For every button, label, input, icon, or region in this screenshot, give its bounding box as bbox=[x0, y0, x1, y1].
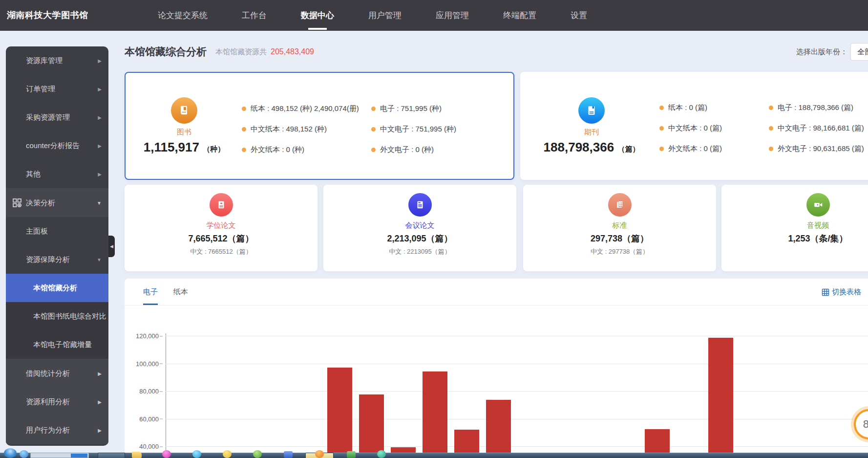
tab-electronic[interactable]: 电子 bbox=[143, 279, 158, 305]
standards-label: 标准 bbox=[613, 221, 627, 230]
nav-item-workbench[interactable]: 工作台 bbox=[225, 0, 284, 31]
nav-item-app-mgmt[interactable]: 应用管理 bbox=[419, 0, 486, 31]
brand-title: 湖南科技大学图书馆 bbox=[7, 0, 88, 31]
standards-card[interactable]: 标准 297,738（篇） 中文 : 297738（篇） bbox=[523, 185, 716, 271]
audio-video-card[interactable]: 音视频 1,253（条/集） bbox=[721, 185, 868, 271]
sidebar-item-electronic-increment[interactable]: 本馆电子馆藏增量 bbox=[6, 330, 108, 359]
periodicals-hero: 期刊 188,798,366 （篇） bbox=[533, 72, 650, 180]
start-orb-icon[interactable] bbox=[4, 448, 17, 458]
sidebar-item-user-behavior[interactable]: 用户行为分析▶ bbox=[6, 416, 108, 444]
bar bbox=[486, 400, 511, 453]
conference-card[interactable]: 会议论文 2,213,095（篇） 中文 : 2213095（篇） bbox=[323, 185, 516, 271]
table-grid-icon bbox=[822, 288, 829, 296]
bar bbox=[645, 429, 670, 453]
nav-item-thesis-system[interactable]: 论文提交系统 bbox=[141, 0, 225, 31]
standard-doc-icon bbox=[608, 193, 632, 217]
stat-foreign-paper: 外文纸本 : 0 (篇) bbox=[659, 144, 722, 153]
bar bbox=[708, 338, 733, 453]
stat-cn-electronic: 中文电子 : 98,166,681 (篇) bbox=[769, 124, 864, 133]
switch-to-table-button[interactable]: 切换表格 bbox=[822, 287, 861, 297]
top-navbar: 湖南科技大学图书馆 论文提交系统 工作台 数据中心 用户管理 应用管理 终端配置… bbox=[0, 0, 868, 31]
app-yellow-icon[interactable] bbox=[223, 450, 232, 458]
books-summary-card[interactable]: 图书 1,115,917 （种） 纸本 : 498,152 (种) 2,490,… bbox=[125, 72, 514, 180]
y-axis-tick-label: 80,000 bbox=[125, 388, 159, 395]
year-select[interactable]: 全部 bbox=[850, 43, 868, 61]
chevron-right-icon: ▶ bbox=[98, 371, 102, 376]
chevron-right-icon: ▶ bbox=[98, 399, 102, 405]
bullet-icon bbox=[769, 106, 773, 110]
stat-paper: 纸本 : 498,152 (种) 2,490,074(册) bbox=[242, 104, 359, 113]
tab-paper[interactable]: 纸本 bbox=[173, 279, 188, 305]
chevron-down-icon: ▼ bbox=[97, 200, 102, 206]
app-cyan-icon[interactable] bbox=[192, 450, 201, 458]
books-label: 图书 bbox=[177, 128, 191, 137]
sidebar-item-borrow-stats[interactable]: 借阅统计分析▶ bbox=[6, 359, 108, 388]
periodicals-label: 期刊 bbox=[584, 128, 599, 137]
sidebar-item-resource-repo[interactable]: 资源库管理▶ bbox=[6, 46, 108, 75]
app-teal-icon[interactable] bbox=[377, 450, 386, 458]
periodicals-summary-card[interactable]: 期刊 188,798,366 （篇） 纸本 : 0 (篇) 中文纸本 : 0 (… bbox=[520, 72, 868, 180]
books-stats-col1: 纸本 : 498,152 (种) 2,490,074(册) 中文纸本 : 498… bbox=[242, 104, 359, 154]
bullet-icon bbox=[242, 127, 246, 131]
app-blue-icon[interactable] bbox=[284, 451, 293, 458]
nav-item-data-center[interactable]: 数据中心 bbox=[284, 0, 351, 31]
bullet-icon bbox=[659, 106, 664, 110]
stat-electronic: 电子 : 751,995 (种) bbox=[371, 104, 456, 113]
chevron-right-icon: ▶ bbox=[98, 87, 102, 92]
gridline bbox=[166, 446, 868, 447]
conference-cn-count: 中文 : 2213095（篇） bbox=[389, 247, 450, 256]
thesis-icon bbox=[210, 193, 233, 217]
main-nav: 论文提交系统 工作台 数据中心 用户管理 应用管理 终端配置 设置 bbox=[141, 0, 604, 31]
chevron-right-icon: ▶ bbox=[98, 58, 102, 64]
taskbar-button[interactable] bbox=[98, 453, 125, 458]
page-title: 本馆馆藏综合分析 bbox=[125, 45, 207, 59]
sidebar-item-counter-report[interactable]: counter分析报告▶ bbox=[6, 131, 108, 160]
sidebar-item-collection-analysis[interactable]: 本馆馆藏分析 bbox=[6, 274, 108, 302]
stat-cn-paper: 中文纸本 : 498,152 (种) bbox=[242, 125, 359, 134]
nav-item-terminal-config[interactable]: 终端配置 bbox=[486, 0, 553, 31]
chevron-right-icon: ▶ bbox=[98, 115, 102, 120]
y-axis-tick-label: 100,000 bbox=[125, 360, 159, 367]
thesis-card[interactable]: 学位论文 7,665,512（篇） 中文 : 7665512（篇） bbox=[125, 185, 318, 271]
journal-icon bbox=[578, 97, 605, 124]
app-green-square-icon[interactable] bbox=[347, 451, 356, 458]
sidebar: 资源库管理▶ 订单管理▶ 采购资源管理▶ counter分析报告▶ 其他▶ 决策… bbox=[6, 46, 108, 446]
periodicals-count: 188,798,366 （篇） bbox=[544, 140, 640, 155]
sidebar-item-resource-usage[interactable]: 资源利用分析▶ bbox=[6, 388, 108, 416]
nav-item-user-mgmt[interactable]: 用户管理 bbox=[351, 0, 419, 31]
gridline bbox=[166, 336, 868, 336]
bar bbox=[454, 430, 479, 453]
standards-cn-count: 中文 : 297738（篇） bbox=[591, 247, 649, 256]
windows-taskbar bbox=[0, 453, 868, 458]
video-camera-icon bbox=[806, 193, 830, 217]
stat-foreign-electronic: 外文电子 : 0 (种) bbox=[371, 145, 456, 154]
bar bbox=[423, 371, 447, 453]
app-green-icon[interactable] bbox=[253, 450, 262, 458]
sidebar-item-orders[interactable]: 订单管理▶ bbox=[6, 75, 108, 103]
bullet-icon bbox=[769, 147, 773, 151]
standards-count: 297,738（篇） bbox=[591, 233, 649, 244]
app-magenta-icon[interactable] bbox=[162, 450, 171, 458]
bullet-icon bbox=[371, 107, 376, 111]
app-orange-icon[interactable] bbox=[315, 450, 324, 458]
chart-tabs: 电子 纸本 切换表格 bbox=[125, 279, 868, 305]
y-axis-tick-label: 120,000 bbox=[125, 332, 159, 340]
sidebar-collapse-handle[interactable]: ◀ bbox=[108, 236, 115, 257]
sidebar-item-other[interactable]: 其他▶ bbox=[6, 160, 108, 188]
bullet-icon bbox=[659, 147, 664, 151]
sidebar-item-decision-analysis[interactable]: 决策分析▼ bbox=[6, 189, 108, 217]
chevron-right-icon: ▶ bbox=[98, 172, 102, 177]
collapse-arrow-icon: ◀ bbox=[110, 244, 113, 249]
progress-taskbar-button[interactable] bbox=[30, 453, 89, 458]
browser-circle-icon[interactable] bbox=[20, 450, 28, 458]
sidebar-item-resource-guarantee[interactable]: 资源保障分析▼ bbox=[6, 245, 108, 274]
chart-panel: 电子 纸本 切换表格 120,000100,00080,00060,00040,… bbox=[125, 279, 868, 458]
nav-item-settings[interactable]: 设置 bbox=[553, 0, 604, 31]
sidebar-item-main-dashboard[interactable]: 主面板 bbox=[6, 217, 108, 245]
bar-plot: 120,000100,00080,00060,00040,000 bbox=[125, 305, 868, 458]
bullet-icon bbox=[242, 107, 246, 111]
folder-icon[interactable] bbox=[132, 452, 142, 458]
book-icon bbox=[171, 97, 197, 124]
sidebar-item-paper-electronic-compare[interactable]: 本馆图书纸电综合对比 bbox=[6, 302, 108, 330]
sidebar-item-purchase[interactable]: 采购资源管理▶ bbox=[6, 103, 108, 131]
